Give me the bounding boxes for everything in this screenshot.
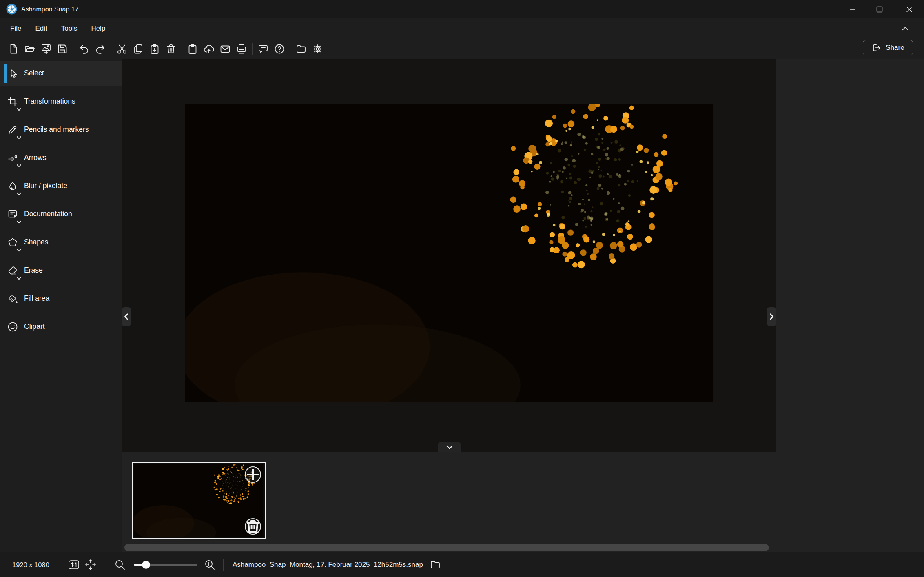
collapse-toolbar-button[interactable] — [897, 22, 914, 35]
close-button[interactable] — [900, 0, 919, 18]
menu-bar: File Edit Tools Help — [0, 18, 924, 39]
sidebar-item-transformations[interactable]: Transformations — [0, 89, 122, 114]
sidebar-item-label: Shapes — [24, 238, 110, 247]
app-window: Ashampoo Snap 17 File Edit Tools Help — [0, 0, 924, 577]
folder-icon — [430, 559, 441, 570]
chevron-down-icon — [446, 445, 453, 449]
minimize-icon — [849, 6, 856, 13]
open-file-location-button[interactable] — [430, 559, 441, 570]
folder-icon — [295, 43, 307, 55]
collapse-right-panel-button[interactable] — [767, 307, 776, 326]
send-email-button[interactable] — [217, 40, 233, 58]
app-logo-icon — [6, 3, 18, 15]
sidebar-item-arrows[interactable]: Arrows — [0, 146, 122, 170]
canvas-image[interactable] — [185, 104, 713, 402]
sidebar-item-fill-area[interactable]: Fill area — [0, 286, 122, 311]
new-file-icon — [8, 43, 19, 55]
chevron-down-icon — [16, 275, 22, 278]
share-button[interactable]: Share — [863, 40, 913, 55]
tool-sidebar: Select Transformations Pencils and marke… — [0, 59, 122, 552]
fill-bucket-icon — [7, 293, 18, 304]
open-folder-icon — [24, 43, 35, 55]
smiley-icon — [7, 321, 18, 333]
collapse-bottom-panel-button[interactable] — [438, 442, 461, 452]
status-bar: 1920 x 1080 Ashampoo_Snap_Montag, 17. Fe… — [0, 552, 924, 577]
zoom-out-button[interactable] — [113, 557, 127, 572]
delete-capture-button[interactable] — [245, 518, 261, 535]
open-button[interactable] — [22, 40, 38, 58]
menu-help[interactable]: Help — [84, 18, 112, 39]
feedback-button[interactable] — [255, 40, 271, 58]
mail-icon — [219, 43, 231, 55]
chevron-down-icon — [16, 246, 22, 250]
sidebar-item-label: Erase — [24, 266, 110, 275]
sidebar-item-pencils[interactable]: Pencils and markers — [0, 118, 122, 142]
canvas-viewport — [122, 59, 776, 452]
zoom-out-icon — [114, 559, 126, 571]
menu-file[interactable]: File — [3, 18, 28, 39]
cloud-upload-button[interactable] — [201, 40, 217, 58]
statusbar-separator — [106, 559, 106, 571]
maximize-button[interactable] — [870, 0, 889, 18]
menu-tools[interactable]: Tools — [54, 18, 84, 39]
clipboard-icon — [187, 43, 198, 55]
thumbnail-selected[interactable] — [132, 462, 266, 539]
undo-icon — [78, 43, 90, 55]
delete-button[interactable] — [163, 40, 179, 58]
sidebar-item-shapes[interactable]: Shapes — [0, 230, 122, 255]
chevron-up-icon — [902, 27, 909, 31]
redo-button[interactable] — [92, 40, 109, 58]
sidebar-item-label: Documentation — [24, 210, 110, 219]
scissors-icon — [116, 43, 128, 55]
trash-icon — [165, 43, 177, 55]
actual-size-button[interactable] — [66, 557, 81, 572]
image-export-icon — [40, 43, 52, 55]
thumbnail-scrollbar[interactable] — [124, 544, 769, 551]
image-dimensions: 1920 x 1080 — [12, 552, 49, 577]
canvas-image-svg — [185, 104, 713, 402]
toolbar-separator — [290, 43, 290, 55]
zoom-slider-handle[interactable] — [142, 561, 150, 569]
collapse-left-panel-button[interactable] — [122, 307, 131, 326]
sidebar-item-select[interactable]: Select — [0, 61, 122, 86]
toolbar-separator — [111, 43, 111, 55]
chevron-down-icon — [16, 162, 22, 166]
save-as-image-button[interactable] — [38, 40, 54, 58]
print-button[interactable] — [233, 40, 250, 58]
open-containing-folder-button[interactable] — [293, 40, 309, 58]
cut-button[interactable] — [114, 40, 130, 58]
settings-button[interactable] — [309, 40, 326, 58]
sidebar-item-clipart[interactable]: Clipart — [0, 315, 122, 339]
share-export-icon — [871, 43, 881, 53]
zoom-in-button[interactable] — [202, 557, 217, 572]
current-filename: Ashampoo_Snap_Montag, 17. Februar 2025_1… — [233, 561, 423, 569]
move-arrows-icon — [84, 559, 97, 571]
zoom-in-icon — [204, 559, 216, 571]
redo-icon — [95, 43, 106, 55]
paste-button[interactable] — [146, 40, 163, 58]
sidebar-item-label: Pencils and markers — [24, 125, 110, 134]
sidebar-item-blur[interactable]: Blur / pixelate — [0, 174, 122, 198]
sidebar-item-label: Fill area — [24, 294, 110, 303]
new-capture-button[interactable] — [5, 40, 22, 58]
help-icon — [274, 43, 285, 55]
minimize-button[interactable] — [843, 0, 862, 18]
sidebar-item-label: Transformations — [24, 97, 110, 106]
sidebar-divider — [0, 87, 122, 87]
gear-icon — [312, 43, 323, 55]
sidebar-item-documentation[interactable]: Documentation — [0, 202, 122, 226]
statusbar-separator — [60, 559, 60, 571]
sidebar-item-erase[interactable]: Erase — [0, 258, 122, 283]
copy-to-clipboard-button[interactable] — [184, 40, 201, 58]
sidebar-item-label: Clipart — [24, 322, 110, 331]
menu-edit[interactable]: Edit — [28, 18, 54, 39]
panel-divider — [776, 59, 776, 552]
help-button[interactable] — [271, 40, 288, 58]
undo-button[interactable] — [76, 40, 92, 58]
title-bar: Ashampoo Snap 17 — [0, 0, 924, 18]
copy-button[interactable] — [130, 40, 146, 58]
save-button[interactable] — [54, 40, 71, 58]
add-capture-button[interactable] — [245, 466, 261, 483]
copy-icon — [133, 43, 144, 55]
pan-fit-button[interactable] — [83, 557, 98, 572]
